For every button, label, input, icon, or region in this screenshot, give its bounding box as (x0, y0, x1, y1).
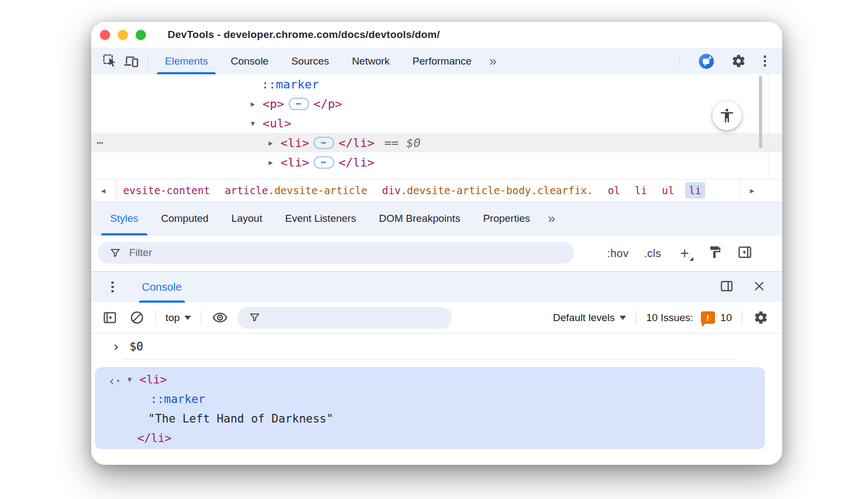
vertical-scrollbar[interactable] (759, 76, 762, 148)
tab-sources[interactable]: Sources (280, 48, 341, 74)
ul-open-tag: <ul> (263, 117, 291, 130)
more-tabs-icon[interactable]: » (541, 211, 561, 226)
crumb-ul[interactable]: ul (658, 182, 678, 199)
inspect-element-icon[interactable] (99, 50, 120, 72)
console-prompt-row[interactable]: › $0 (91, 334, 782, 360)
dom-row-li-selected[interactable]: ⋯ ▶ <li> ⋯ </li> == $0 (91, 133, 782, 152)
dom-row-p[interactable]: ▶ <p> ⋯ </p> (91, 94, 782, 113)
dom-row-li[interactable]: ▶ <li> ⋯ </li> (91, 152, 782, 172)
ai-assistant-icon[interactable] (695, 50, 717, 72)
tab-properties[interactable]: Properties (471, 202, 541, 235)
javascript-context-selector[interactable]: top (165, 312, 191, 324)
disclosure-closed-icon[interactable]: ▶ (251, 100, 263, 108)
console-sidebar-toggle-icon[interactable] (101, 309, 118, 327)
styles-filter-placeholder: Filter (129, 247, 152, 259)
dollar-zero-annotation: $0 (406, 136, 421, 150)
toolbar-separator (636, 310, 636, 325)
tab-elements[interactable]: Elements (154, 48, 219, 74)
drawer-header-icons (719, 279, 766, 296)
tab-network[interactable]: Network (341, 48, 401, 74)
styles-filter-input[interactable]: Filter (98, 242, 574, 264)
accessibility-fab-button[interactable] (712, 101, 742, 130)
disclosure-closed-icon[interactable]: ▶ (269, 139, 280, 147)
dom-row-ul[interactable]: ▼ <ul> (91, 113, 782, 133)
issues-count: 10 (720, 312, 732, 324)
result-row-marker[interactable]: ::marker (95, 389, 765, 409)
console-settings-gear-icon[interactable] (752, 309, 769, 327)
dom-row-marker[interactable]: ::marker (91, 74, 782, 94)
toggle-hover-state-button[interactable]: :hov (607, 247, 629, 260)
split-panel-icon[interactable] (719, 279, 734, 296)
equals-sign: == (384, 136, 399, 150)
li-open-tag: <li> (280, 136, 309, 150)
tab-layout[interactable]: Layout (220, 202, 273, 235)
issues-label: 10 Issues: (646, 312, 693, 324)
pseudo-element-marker[interactable]: ::marker (261, 78, 319, 91)
close-window-button[interactable] (100, 30, 110, 40)
collapsed-children-ellipsis[interactable]: ⋯ (314, 156, 334, 169)
kebab-menu-icon[interactable] (761, 52, 770, 70)
dom-breadcrumb-bar: ◀ evsite-content article.devsite-article… (91, 179, 782, 202)
node-options-dots-icon[interactable]: ⋯ (97, 133, 104, 152)
toggle-element-classes-button[interactable]: .cls (644, 247, 661, 260)
fullscreen-window-button[interactable] (136, 30, 146, 40)
drawer-kebab-menu-icon[interactable] (108, 278, 117, 296)
styles-toolbar-buttons: :hov .cls + (607, 235, 752, 271)
format-paint-icon[interactable] (708, 245, 722, 262)
li-close-tag: </li> (339, 136, 374, 150)
tab-dom-breakpoints[interactable]: DOM Breakpoints (367, 202, 471, 235)
crumb-li[interactable]: li (631, 182, 651, 199)
main-toolbar-right-tools (673, 50, 770, 72)
collapsed-children-ellipsis[interactable]: ⋯ (314, 137, 334, 149)
collapsed-children-ellipsis[interactable]: ⋯ (289, 98, 309, 110)
devtools-main-toolbar: Elements Console Sources Network Perform… (91, 48, 782, 74)
breadcrumb-scroll-right-icon[interactable]: ▶ (739, 180, 764, 201)
disclosure-open-icon[interactable]: ▼ (251, 119, 263, 127)
settings-gear-icon[interactable] (728, 50, 750, 72)
crumb-div-article-body[interactable]: div.devsite-article-body.clearfix. (378, 182, 597, 199)
crumb-li-selected[interactable]: li (685, 182, 705, 199)
toolbar-separator (679, 54, 679, 68)
crumb-devsite-content[interactable]: evsite-content (119, 182, 214, 199)
toolbar-separator (201, 310, 201, 325)
tab-computed[interactable]: Computed (150, 202, 220, 235)
li-close-tag: </li> (339, 156, 374, 169)
tab-styles[interactable]: Styles (99, 202, 150, 235)
issues-counter[interactable]: 10 Issues: ! 10 (646, 311, 732, 324)
funnel-filter-icon (110, 247, 121, 259)
scrollbar-gutter (769, 74, 769, 179)
console-filter-input[interactable] (237, 307, 452, 329)
result-row-li-open[interactable]: ▼ <li> (95, 370, 765, 389)
tab-event-listeners[interactable]: Event Listeners (273, 202, 367, 235)
minimize-window-button[interactable] (118, 30, 128, 40)
styles-sidebar-tabbar: Styles Computed Layout Event Listeners D… (91, 202, 782, 235)
window-titlebar: DevTools - developer.chrome.com/docs/dev… (91, 22, 782, 48)
tab-console[interactable]: Console (219, 48, 280, 74)
crumb-ol[interactable]: ol (604, 182, 624, 199)
console-result-selected[interactable]: ‹· ▼ <li> ::marker "The Left Hand of Dar… (95, 367, 765, 449)
clear-console-icon[interactable] (128, 309, 145, 327)
live-expression-eye-icon[interactable] (211, 309, 228, 327)
new-style-rule-button[interactable]: + (676, 245, 693, 261)
toolbar-separator (148, 54, 148, 68)
issues-warning-icon: ! (701, 311, 715, 324)
disclosure-closed-icon[interactable]: ▶ (269, 158, 280, 167)
log-levels-selector[interactable]: Default levels (553, 312, 626, 324)
funnel-filter-icon (249, 312, 260, 323)
pseudo-element-marker: ::marker (150, 389, 205, 409)
li-text-content: "The Left Hand of Darkness" (148, 409, 333, 428)
disclosure-open-icon[interactable]: ▼ (127, 370, 139, 389)
dock-panel-left-icon[interactable] (737, 245, 752, 263)
result-row-li-close[interactable]: </li> (95, 428, 765, 448)
crumb-article[interactable]: article.devsite-article (221, 182, 371, 199)
drawer-tab-console[interactable]: Console (139, 272, 185, 303)
close-drawer-icon[interactable] (752, 279, 766, 295)
tab-performance[interactable]: Performance (401, 48, 483, 74)
result-row-text[interactable]: "The Left Hand of Darkness" (95, 409, 765, 428)
device-toolbar-icon[interactable] (120, 50, 142, 72)
breadcrumb-scroll-left-icon[interactable]: ◀ (91, 180, 116, 201)
more-tabs-icon[interactable]: » (483, 54, 503, 69)
styles-filter-toolbar: Filter :hov .cls + (91, 235, 782, 271)
p-open-tag: <p> (263, 97, 284, 111)
console-prompt-chevron-icon: › (112, 340, 120, 354)
